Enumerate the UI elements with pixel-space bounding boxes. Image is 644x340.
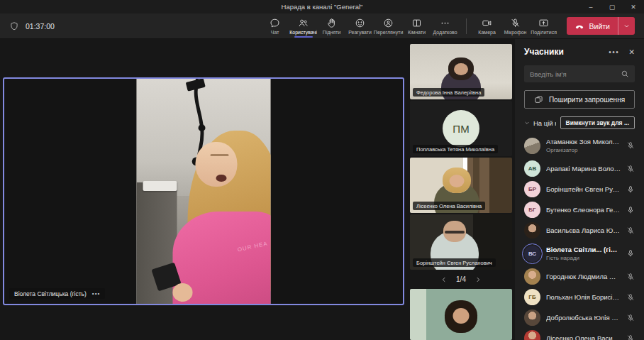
avatar: [524, 222, 540, 238]
avatar-initials: БГ: [528, 207, 535, 213]
participant-name: Арапакі Марина Володимирівна: [546, 165, 621, 172]
tile-name-label: Лісеєнко Олена Василівна: [413, 202, 485, 210]
toolbar-button-more[interactable]: Додатково: [431, 15, 460, 38]
mic-off-icon[interactable]: [626, 226, 635, 235]
leave-button-label: Вийти: [589, 22, 610, 31]
participant-row[interactable]: Добролюбська Юлія Андріївна: [515, 307, 644, 328]
toolbar-button-mic[interactable]: Мікрофон: [501, 15, 530, 38]
chat-icon: [270, 18, 280, 28]
video-filmstrip: Федорова Інна Валеріївна ПМ Поплавська Т…: [410, 44, 512, 340]
filmstrip-tile[interactable]: [410, 289, 512, 340]
participant-name: Борінштейн Євген Русланович: [416, 260, 492, 266]
avatar: ГБ: [524, 289, 540, 305]
toolbar-button-label: Переглянути: [374, 30, 403, 35]
share-invite-button[interactable]: Поширити запрошення: [524, 90, 635, 109]
shield-icon: [9, 21, 19, 31]
participant-row[interactable]: ГБ Гюльхан Юлія Борисівна: [515, 287, 644, 307]
filmstrip-tile[interactable]: Федорова Інна Валеріївна: [410, 44, 512, 99]
more-icon: [440, 18, 450, 28]
participant-row[interactable]: ВС Віолета Світли... (гість) Гість нарад…: [515, 241, 644, 266]
share-invite-label: Поширити запрошення: [549, 96, 625, 104]
avatar: [524, 138, 540, 154]
participant-name: Васильєва Лариса Юріївна: [546, 226, 621, 234]
participant-row[interactable]: БР Борінштейн Євген Русланович: [515, 179, 644, 199]
maximize-button[interactable]: ▢: [601, 0, 623, 13]
participant-row[interactable]: БГ Бутенко Єлеонора Геннадіївна: [515, 199, 644, 220]
mic-off-icon[interactable]: [626, 334, 635, 340]
leave-options-button[interactable]: [618, 17, 635, 35]
chevron-right-icon[interactable]: [474, 276, 482, 283]
minimize-button[interactable]: –: [580, 0, 601, 13]
meeting-toolbar: 01:37:00 Чат Користувачі Підняти Реагува…: [0, 13, 644, 39]
chevron-down-icon: [524, 120, 530, 126]
participant-row[interactable]: Васильєва Лариса Юріївна: [515, 220, 644, 241]
participant-role: Гість наради: [546, 255, 621, 261]
toolbar-button-share[interactable]: Поділитися: [530, 15, 558, 38]
toolbar-button-label: Камера: [478, 30, 495, 35]
window-controls: – ▢ ✕: [580, 0, 644, 13]
chevron-down-icon: [623, 23, 630, 29]
toolbar-button-react[interactable]: Реагувати: [346, 15, 374, 38]
filmstrip-tile[interactable]: ПМ Поплавська Тетяна Миколаївна: [410, 101, 512, 156]
toolbar-button-label: Кімнати: [408, 30, 426, 35]
participant-list[interactable]: Атаманюк Зоя Миколаївна Організатор АВ А…: [515, 131, 644, 340]
search-input[interactable]: [530, 70, 621, 78]
people-icon: [298, 18, 309, 28]
mic-off-icon[interactable]: [626, 314, 635, 322]
mute-all-button[interactable]: Вимкнути звук для ...: [560, 116, 635, 129]
toolbar-button-view[interactable]: Переглянути: [374, 15, 403, 38]
search-icon: [621, 70, 629, 78]
toolbar-button-label: Поділитися: [531, 30, 557, 35]
participant-name: Добролюбська Юлія Андріївна: [546, 314, 621, 322]
mic-off-icon[interactable]: [626, 141, 635, 150]
avatar-initials: ПМ: [443, 110, 479, 147]
mic-icon[interactable]: [626, 185, 635, 194]
main-video-art: OUR HEA: [137, 79, 271, 304]
chevron-left-icon[interactable]: [440, 276, 448, 283]
toolbar-button-raise[interactable]: Підняти: [318, 15, 346, 38]
mic-off-icon[interactable]: [626, 293, 635, 302]
filmstrip-tile[interactable]: Борінштейн Євген Русланович: [410, 214, 512, 270]
toolbar-button-label: Реагувати: [348, 30, 372, 35]
main-speaker-tile[interactable]: OUR HEA Віолета Світлицька (гість) •••: [3, 77, 404, 305]
mic-icon[interactable]: [626, 206, 635, 214]
more-options-icon[interactable]: •••: [92, 290, 100, 297]
rooms-icon: [411, 18, 422, 28]
toolbar-button-people[interactable]: Користувачі: [289, 15, 318, 38]
view-icon: [383, 18, 394, 28]
toolbar-button-label: Чат: [271, 30, 279, 35]
filmstrip-tile[interactable]: Лісеєнко Олена Василівна: [410, 158, 512, 213]
toolbar-button-rooms[interactable]: Кімнати: [403, 15, 431, 38]
avatar-initials: ВС: [528, 251, 536, 257]
participant-name: Борінштейн Євген Русланович: [546, 185, 621, 193]
leave-button[interactable]: Вийти: [567, 17, 635, 35]
participant-row[interactable]: Лісеєнко Олена Василівна: [515, 328, 644, 340]
avatar: АВ: [524, 160, 540, 177]
mic-off-icon[interactable]: [626, 273, 635, 281]
panel-close-button[interactable]: ✕: [628, 48, 635, 56]
avatar: БР: [524, 181, 540, 197]
participant-name: Атаманюк Зоя Миколаївна: [546, 138, 621, 146]
participant-name: Лісеєнко Олена Василівна: [416, 203, 482, 209]
toolbar-button-chat[interactable]: Чат: [261, 15, 289, 38]
title-bar: Нарада в каналі "General" – ▢ ✕: [0, 0, 644, 13]
page-indicator: 1/4: [456, 275, 466, 283]
hand-icon: [326, 18, 337, 28]
mic-icon[interactable]: [626, 249, 635, 258]
in-meeting-section-toggle[interactable]: На цій нараді (15): [524, 119, 556, 127]
panel-more-button[interactable]: •••: [609, 48, 619, 56]
avatar-initials: ГБ: [528, 294, 535, 300]
toolbar-button-camera[interactable]: Камера: [473, 15, 501, 38]
participant-row[interactable]: Городнюк Людмила Степанівна: [515, 266, 644, 287]
mic-off-icon[interactable]: [626, 165, 635, 173]
participant-name: Лісеєнко Олена Василівна: [546, 334, 621, 340]
window-title: Нарада в каналі "General": [0, 3, 644, 11]
participant-row[interactable]: Атаманюк Зоя Миколаївна Організатор: [515, 133, 644, 158]
camera-icon: [482, 18, 492, 28]
toolbar-button-label: Мікрофон: [504, 30, 527, 35]
avatar: [524, 268, 540, 285]
mic-off-icon: [510, 18, 521, 28]
close-button[interactable]: ✕: [623, 0, 644, 13]
toolbar-button-label: Користувачі: [289, 30, 317, 35]
participant-row[interactable]: АВ Арапакі Марина Володимирівна: [515, 158, 644, 179]
